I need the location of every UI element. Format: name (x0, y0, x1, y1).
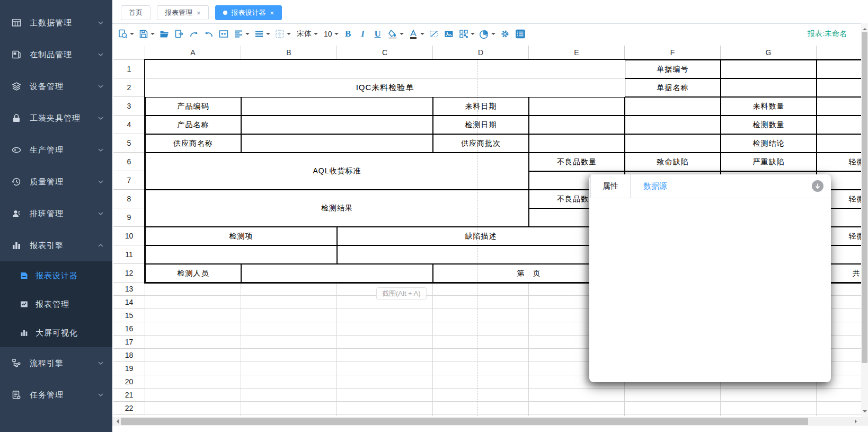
font-color-button[interactable] (406, 26, 426, 42)
scroll-up-icon[interactable] (863, 26, 867, 30)
cell-title[interactable]: IQC来料检验单 (145, 78, 625, 97)
cell-f3[interactable] (625, 97, 721, 116)
cell-a3-label[interactable]: 产品编码 (145, 97, 241, 116)
undo-button[interactable] (202, 26, 216, 42)
column-header-G[interactable]: G (721, 46, 817, 60)
scroll-left-icon[interactable] (114, 419, 119, 424)
merge-cells-button[interactable] (217, 26, 231, 42)
sidebar-item-task-management[interactable]: 任务管理 (0, 379, 112, 411)
underline-button[interactable]: U (371, 26, 385, 42)
form-list-button[interactable] (513, 26, 528, 42)
sidebar-item-report-engine[interactable]: 报表引擎 (0, 230, 112, 261)
row-header-22[interactable]: 22 (113, 402, 145, 415)
cell-a12-label[interactable]: 检测人员 (145, 264, 241, 283)
export-button[interactable] (172, 26, 186, 42)
row-header-6[interactable]: 6 (113, 153, 145, 171)
column-header-E[interactable]: E (529, 46, 625, 60)
row-header-9[interactable]: 9 (113, 208, 145, 227)
align-button[interactable] (232, 26, 251, 42)
cell-d5-label[interactable]: 供应商批次 (433, 134, 529, 153)
horizontal-scrollbar-thumb[interactable] (121, 418, 808, 425)
row-header-20[interactable]: 20 (113, 375, 145, 389)
settings-button[interactable] (498, 26, 512, 42)
cell-h4[interactable] (817, 116, 861, 134)
column-header-B[interactable]: B (241, 46, 337, 60)
row-header-16[interactable]: 16 (113, 322, 145, 336)
sidebar-item-production[interactable]: 生产管理 (0, 134, 112, 166)
cell-h3[interactable] (817, 97, 861, 116)
collapse-panel-button[interactable] (812, 180, 823, 192)
cell-h1[interactable] (817, 60, 861, 78)
cell-result-label[interactable]: 检测结果 (145, 190, 529, 227)
row-header-14[interactable]: 14 (113, 296, 145, 309)
sidebar-item-report-designer[interactable]: 报表设计器 (0, 261, 112, 290)
cell-d4-label[interactable]: 检测日期 (433, 116, 529, 134)
redo-button[interactable] (187, 26, 201, 42)
row-header-4[interactable]: 4 (113, 116, 145, 134)
cell-b5c5[interactable] (241, 134, 433, 153)
preview-button[interactable] (116, 26, 136, 42)
open-button[interactable] (157, 26, 171, 42)
bold-button[interactable]: B (341, 26, 355, 42)
cell-a5-label[interactable]: 供应商名称 (145, 134, 241, 153)
font-family-select[interactable]: 宋体 (294, 26, 320, 42)
cell-f2-label[interactable]: 单据名称 (625, 78, 721, 97)
cell-e4[interactable] (529, 116, 625, 134)
cell-b4c4[interactable] (241, 116, 433, 134)
column-header-F[interactable]: F (625, 46, 721, 60)
horizontal-scrollbar[interactable] (112, 417, 861, 426)
column-header-A[interactable]: A (145, 46, 241, 60)
cell-g3-label[interactable]: 来料数量 (721, 97, 817, 116)
tab-report-management[interactable]: 报表管理× (157, 5, 209, 20)
row-header-15[interactable]: 15 (113, 309, 145, 322)
cell-f5[interactable] (625, 134, 721, 153)
italic-button[interactable]: I (356, 26, 370, 42)
column-header-H[interactable]: H (817, 46, 861, 60)
scroll-right-icon[interactable] (855, 419, 859, 424)
qrcode-button[interactable] (457, 26, 476, 42)
sheet-designer[interactable]: ABCDEFGH 1234567891011121314151617181920… (112, 43, 861, 417)
sidebar-item-report-management[interactable]: 报表管理 (0, 290, 112, 319)
cell-g5-label[interactable]: 检测结论 (721, 134, 817, 153)
sidebar-item-quality[interactable]: 质量管理 (0, 166, 112, 198)
cell-g2[interactable] (721, 78, 817, 97)
cell-a11b11[interactable] (145, 245, 337, 264)
cell-aql-label[interactable]: AQL收货标准 (145, 153, 529, 190)
column-header-D[interactable]: D (433, 46, 529, 60)
cell-d3-label[interactable]: 来料日期 (433, 97, 529, 116)
row-header-10[interactable]: 10 (113, 227, 145, 245)
chart-button[interactable] (477, 26, 497, 42)
cell-e6-label[interactable]: 不良品数量 (529, 153, 625, 171)
cell-f1-label[interactable]: 单据编号 (625, 60, 721, 78)
sidebar-item-master-data[interactable]: 主数据管理 (0, 7, 112, 39)
cell-c11e11[interactable] (337, 245, 625, 264)
cell-g6-label[interactable]: 严重缺陷 (721, 153, 817, 171)
row-header-11[interactable]: 11 (113, 245, 145, 264)
panel-tab-properties[interactable]: 属性 (590, 174, 631, 198)
cell-b3c3[interactable] (241, 97, 433, 116)
row-header-1[interactable]: 1 (113, 60, 145, 78)
tab-home[interactable]: 首页 (121, 5, 150, 20)
sidebar-item-process-engine[interactable]: 流程引擎 (0, 347, 112, 379)
row-header-2[interactable]: 2 (113, 78, 145, 97)
vertical-scrollbar[interactable] (861, 23, 868, 417)
cell-b12c12[interactable] (241, 264, 433, 283)
close-icon[interactable]: × (197, 10, 201, 16)
insert-image-button[interactable] (442, 26, 456, 42)
fill-color-button[interactable] (386, 26, 405, 42)
cell-a1e1[interactable] (145, 60, 625, 78)
row-header-18[interactable]: 18 (113, 349, 145, 362)
cell-e5[interactable] (529, 134, 625, 153)
cell-f4[interactable] (625, 116, 721, 134)
cell-g1[interactable] (721, 60, 817, 78)
sidebar-item-tooling[interactable]: 工装夹具管理 (0, 102, 112, 134)
sidebar-item-scheduling[interactable]: 排班管理 (0, 198, 112, 230)
cell-checkitem-label[interactable]: 检测项 (145, 227, 337, 245)
scroll-down-icon[interactable] (863, 410, 867, 415)
sidebar-item-equipment[interactable]: 设备管理 (0, 70, 112, 102)
close-icon[interactable]: × (270, 10, 274, 16)
row-header-13[interactable]: 13 (113, 283, 145, 296)
row-header-8[interactable]: 8 (113, 190, 145, 208)
row-header-21[interactable]: 21 (113, 389, 145, 402)
row-header-19[interactable]: 19 (113, 362, 145, 375)
